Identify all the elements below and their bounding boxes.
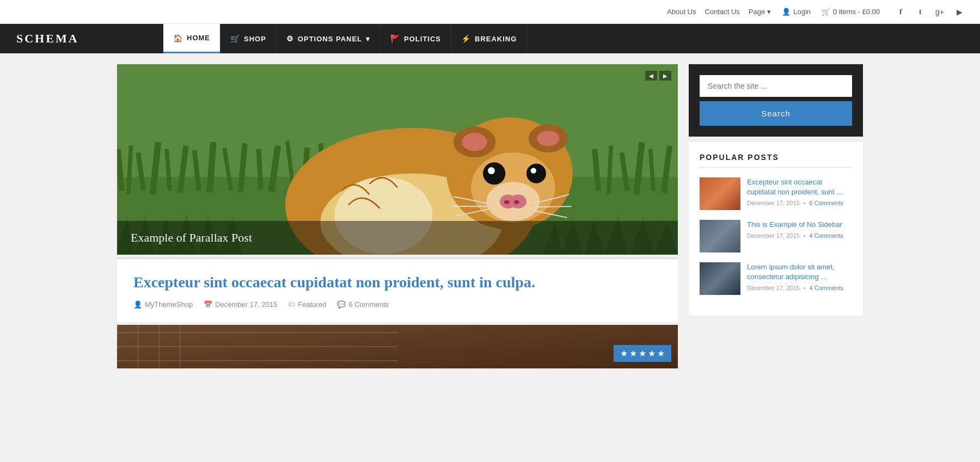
popular-post-thumb-2 [700, 220, 740, 252]
nav-home[interactable]: 🏠 HOME [163, 24, 220, 53]
popular-post-info-3: Lorem ipsum dolor sit amet, consectetur … [747, 262, 852, 291]
contact-us-link[interactable]: Contact Us [705, 8, 740, 16]
post-content-box: Excepteur sint occaecat cupidatat non pr… [117, 257, 678, 322]
image-controls: ◀ ▶ [645, 71, 671, 81]
featured-post-title: Example of Parallax Post [131, 231, 252, 244]
popular-post-item-3: Lorem ipsum dolor sit amet, consectetur … [700, 262, 852, 295]
site-logo: SCHEMA [0, 24, 163, 53]
popular-post-comments-1[interactable]: 6 Comments [810, 200, 843, 206]
chevron-down-icon: ▾ [767, 8, 771, 16]
popular-post-comments-3[interactable]: 4 Comments [810, 285, 843, 291]
second-post-preview: ★ ★ ★ ★ ★ [117, 325, 678, 368]
nav-options-panel[interactable]: ⚙ OPTIONS PANEL ▾ [277, 24, 381, 53]
shop-icon: 🛒 [230, 34, 240, 43]
options-icon: ⚙ [286, 34, 294, 43]
popular-post-meta-3: December 17, 2015 • 4 Comments [747, 285, 852, 291]
popular-posts-widget: POPULAR POSTS Excepteur sint occaecat cu… [689, 142, 863, 316]
star-rating: ★ ★ ★ ★ ★ [614, 345, 671, 362]
comment-icon: 💬 [337, 300, 346, 309]
popular-post-meta-2: December 17, 2015 • 4 Comments [747, 232, 852, 239]
post-headline: Excepteur sint occaecat cupidatat non pr… [133, 273, 661, 292]
youtube-icon[interactable]: ▶ [950, 0, 969, 24]
login-link[interactable]: 👤 Login [782, 8, 811, 16]
nav-shop[interactable]: 🛒 SHOP [220, 24, 277, 53]
popular-post-title-1[interactable]: Excepteur sint occaecat cupidatat non pr… [747, 177, 852, 197]
twitter-icon[interactable]: 𝐭 [910, 0, 930, 24]
search-input[interactable] [700, 75, 852, 97]
author-icon: 👤 [133, 300, 142, 309]
popular-post-item: Excepteur sint occaecat cupidatat non pr… [700, 177, 852, 210]
top-bar: About Us Contact Us Page ▾ 👤 Login 🛒 0 i… [0, 0, 980, 24]
popular-post-thumb-3 [700, 262, 740, 295]
breaking-icon: ⚡ [461, 34, 471, 43]
next-slide-button[interactable]: ▶ [659, 71, 671, 81]
nav-breaking[interactable]: ⚡ BREAKING [451, 24, 527, 53]
star-1: ★ [620, 348, 628, 359]
post-meta: 👤 MyThemeShop 📅 December 17, 2015 🏷 Feat… [133, 300, 661, 309]
post-title-overlay: Example of Parallax Post [117, 221, 678, 255]
main-content: ◀ ▶ Example of Parallax Post Excepteur s… [117, 64, 678, 368]
popular-post-title-2[interactable]: This is Example of No Sidebar [747, 220, 852, 230]
svg-point-32 [514, 200, 519, 205]
post-date: 📅 December 17, 2015 [204, 300, 277, 309]
tag-icon: 🏷 [288, 300, 295, 309]
svg-point-35 [488, 167, 495, 174]
search-widget: Search [689, 64, 863, 137]
popular-post-thumb-1 [700, 177, 740, 210]
top-bar-links: About Us Contact Us Page ▾ [667, 8, 771, 16]
about-us-link[interactable]: About Us [667, 8, 696, 16]
svg-point-36 [531, 168, 536, 173]
user-icon: 👤 [782, 8, 791, 16]
svg-point-39 [462, 133, 487, 151]
prev-slide-button[interactable]: ◀ [645, 71, 657, 81]
second-post-image [117, 325, 678, 368]
google-plus-icon[interactable]: g+ [930, 0, 950, 24]
featured-post: ◀ ▶ Example of Parallax Post [117, 64, 678, 255]
post-category: 🏷 Featured [288, 300, 326, 309]
popular-post-info-2: This is Example of No Sidebar December 1… [747, 220, 852, 239]
calendar-icon: 📅 [204, 300, 212, 309]
popular-post-item-2: This is Example of No Sidebar December 1… [700, 220, 852, 252]
popular-post-title-3[interactable]: Lorem ipsum dolor sit amet, consectetur … [747, 262, 852, 282]
page-dropdown[interactable]: Page ▾ [749, 8, 771, 16]
popular-posts-title: POPULAR POSTS [700, 153, 852, 168]
post-comments: 💬 6 Comments [337, 300, 389, 309]
svg-point-40 [537, 131, 559, 146]
popular-post-info-1: Excepteur sint occaecat cupidatat non pr… [747, 177, 852, 206]
star-4: ★ [648, 348, 656, 359]
cart-link[interactable]: 🛒 0 items - £0.00 [822, 8, 880, 16]
star-2: ★ [629, 348, 637, 359]
featured-image-wrapper: ◀ ▶ Example of Parallax Post [117, 64, 678, 255]
nav-items: 🏠 HOME 🛒 SHOP ⚙ OPTIONS PANEL ▾ 🚩 POLITI… [163, 24, 980, 53]
nav-politics[interactable]: 🚩 POLITICS [381, 24, 451, 53]
sidebar: Search POPULAR POSTS Excepteur sint occa… [689, 64, 863, 368]
dropdown-chevron-icon: ▾ [366, 35, 370, 43]
content-wrapper: ◀ ▶ Example of Parallax Post Excepteur s… [109, 53, 871, 379]
social-icons: 𝐟 𝐭 g+ ▶ [891, 0, 969, 24]
search-button[interactable]: Search [700, 101, 852, 126]
facebook-icon[interactable]: 𝐟 [891, 0, 910, 24]
home-icon: 🏠 [173, 34, 183, 42]
svg-point-31 [504, 200, 510, 205]
svg-point-33 [483, 162, 505, 184]
cart-icon: 🛒 [822, 8, 830, 16]
logo-text: SCHEMA [16, 32, 79, 46]
svg-line-45 [534, 206, 572, 207]
star-3: ★ [639, 348, 646, 359]
svg-point-34 [526, 164, 546, 183]
post-author: 👤 MyThemeShop [133, 300, 193, 309]
politics-icon: 🚩 [390, 34, 400, 43]
popular-post-comments-2[interactable]: 4 Comments [810, 232, 843, 239]
popular-post-meta-1: December 17, 2015 • 6 Comments [747, 200, 852, 206]
star-5: ★ [657, 348, 665, 359]
main-nav: SCHEMA 🏠 HOME 🛒 SHOP ⚙ OPTIONS PANEL ▾ 🚩… [0, 24, 980, 53]
